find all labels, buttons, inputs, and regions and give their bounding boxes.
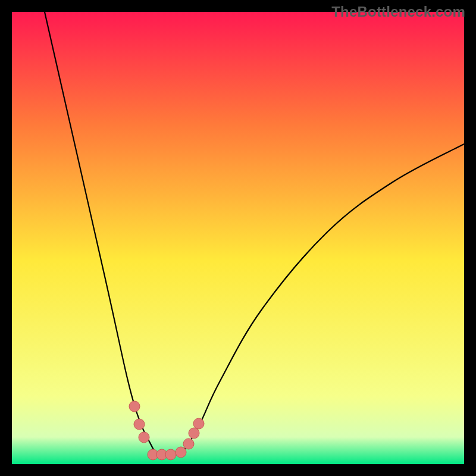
curve-marker: [183, 439, 194, 449]
curve-marker: [165, 449, 176, 460]
bottleneck-chart: [0, 0, 476, 476]
curve-marker: [134, 419, 145, 430]
curve-marker: [176, 447, 186, 458]
watermark-text: TheBottleneck.com: [331, 4, 465, 20]
curve-marker: [193, 418, 204, 429]
curve-marker: [189, 428, 199, 439]
plot-background: [12, 12, 464, 464]
curve-marker: [129, 401, 140, 412]
chart-frame: TheBottleneck.com: [0, 0, 476, 476]
curve-marker: [139, 432, 149, 443]
